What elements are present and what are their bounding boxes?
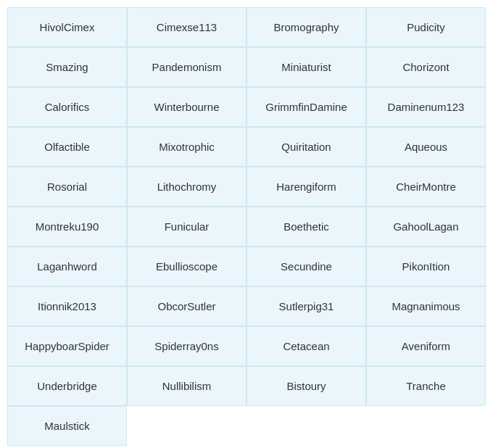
grid-row: Maulstick (7, 406, 486, 446)
grid-cell[interactable]: Chorizont (366, 47, 486, 87)
grid-row: SmazingPandemonismMiniaturistChorizont (7, 47, 486, 87)
grid-cell[interactable]: Pandemonism (127, 47, 246, 87)
grid-row: OlfactibleMixotrophicQuiritationAqueous (7, 127, 486, 167)
grid-cell[interactable]: Bistoury (246, 366, 366, 406)
grid-cell[interactable] (127, 406, 246, 446)
grid-cell[interactable]: Miniaturist (246, 47, 366, 87)
grid-cell[interactable]: Montreku190 (7, 207, 127, 246)
grid-cell[interactable]: Sutlerpig31 (246, 286, 366, 326)
grid-row: RosorialLithochromyHarengiformCheirMontr… (7, 167, 486, 207)
grid-cell[interactable]: ObcorSutler (127, 286, 246, 326)
grid-cell[interactable]: Cimexse113 (127, 7, 246, 47)
grid-row: UnderbridgeNullibilismBistouryTranche (7, 366, 486, 406)
grid-row: Montreku190FunicularBoetheticGahoolLagan (7, 207, 486, 246)
grid-row: Itionnik2013ObcorSutlerSutlerpig31Magnan… (7, 286, 486, 326)
grid-cell[interactable]: Underbridge (7, 366, 127, 406)
grid-cell[interactable]: Rosorial (7, 167, 127, 207)
grid-cell[interactable]: Mixotrophic (127, 127, 246, 167)
grid-cell[interactable]: Ebullioscope (127, 246, 246, 286)
grid-cell[interactable]: Funicular (127, 207, 246, 246)
grid-cell[interactable]: Cetacean (246, 326, 366, 366)
grid-cell[interactable] (366, 406, 486, 446)
grid-cell[interactable]: Aqueous (366, 127, 486, 167)
grid-cell[interactable]: Laganhword (7, 246, 127, 286)
grid-cell[interactable] (246, 406, 366, 446)
grid-row: LaganhwordEbullioscopeSecundinePikonItio… (7, 246, 486, 286)
grid-row: HappyboarSpiderSpiderray0nsCetaceanAveni… (7, 326, 486, 366)
grid-cell[interactable]: Nullibilism (127, 366, 246, 406)
grid-cell[interactable]: Spiderray0ns (127, 326, 246, 366)
grid-cell[interactable]: Winterbourne (127, 87, 246, 127)
grid-row: CalorificsWinterbourneGrimmfinDamineDami… (7, 87, 486, 127)
grid-cell[interactable]: Quiritation (246, 127, 366, 167)
grid-cell[interactable]: Olfactible (7, 127, 127, 167)
grid-cell[interactable]: Lithochromy (127, 167, 246, 207)
grid-cell[interactable]: HivolCimex (7, 7, 127, 47)
grid-cell[interactable]: Calorifics (7, 87, 127, 127)
grid-cell[interactable]: Pudicity (366, 7, 486, 47)
grid-cell[interactable]: GrimmfinDamine (246, 87, 366, 127)
grid-cell[interactable]: Maulstick (7, 406, 127, 446)
grid-cell[interactable]: HappyboarSpider (7, 326, 127, 366)
grid-cell[interactable]: Secundine (246, 246, 366, 286)
grid-cell[interactable]: Magnanimous (366, 286, 486, 326)
grid-cell[interactable]: CheirMontre (366, 167, 486, 207)
grid-cell[interactable]: GahoolLagan (366, 207, 486, 246)
grid-cell[interactable]: Smazing (7, 47, 127, 87)
grid-cell[interactable]: Harengiform (246, 167, 366, 207)
grid-cell[interactable]: Aveniform (366, 326, 486, 366)
name-grid: HivolCimexCimexse113BromographyPudicityS… (7, 7, 486, 446)
grid-cell[interactable]: Tranche (366, 366, 486, 406)
grid-cell[interactable]: PikonItion (366, 246, 486, 286)
grid-row: HivolCimexCimexse113BromographyPudicity (7, 7, 486, 47)
grid-cell[interactable]: Bromography (246, 7, 366, 47)
grid-cell[interactable]: Boethetic (246, 207, 366, 246)
grid-cell[interactable]: Itionnik2013 (7, 286, 127, 326)
grid-cell[interactable]: Daminenum123 (366, 87, 486, 127)
